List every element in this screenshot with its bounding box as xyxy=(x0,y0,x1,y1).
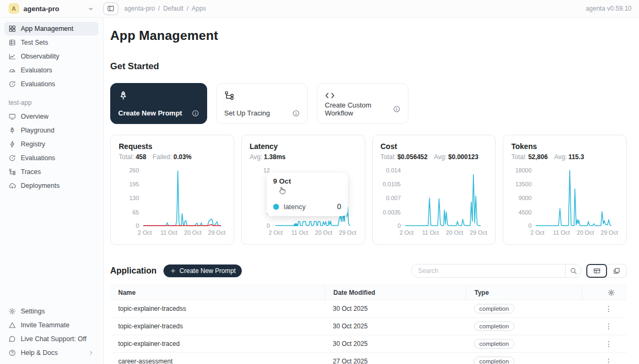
evaluations-icon xyxy=(9,80,16,88)
gear-icon xyxy=(608,289,615,296)
view-toggle xyxy=(586,264,627,278)
y-axis-labels: 260195130650 xyxy=(119,170,142,226)
breadcrumb-item-agenta-pro[interactable]: agenta-pro xyxy=(124,5,155,12)
sidebar-item-label: Test Sets xyxy=(21,39,48,46)
evaluations-icon xyxy=(9,154,16,162)
date-modified-cell: 30 Oct 2025 xyxy=(325,318,466,335)
search-button[interactable] xyxy=(565,264,581,277)
metric-card-cost: CostTotal:$0.056452Avg:$0.0001230.0140.0… xyxy=(372,135,496,245)
date-modified-cell: 30 Oct 2025 xyxy=(325,300,466,317)
kebab-menu-button[interactable]: ⋮ xyxy=(602,321,615,331)
chevron-down-icon xyxy=(87,5,94,12)
application-title: Application xyxy=(110,266,157,276)
get-started-title: Get Started xyxy=(110,61,627,72)
page-title: App Management xyxy=(110,28,627,43)
rocket-icon xyxy=(9,127,16,134)
sidebar-item-evaluations[interactable]: Evaluations xyxy=(4,77,99,91)
sidebar-project-item-traces[interactable]: Traces xyxy=(4,165,99,179)
table-view-button[interactable] xyxy=(587,264,607,277)
row-actions-cell: ⋮ xyxy=(581,335,627,352)
top-header: A agenta-pro agenta-pro/Default/Apps age… xyxy=(0,0,639,18)
type-cell: completion xyxy=(466,300,581,317)
create-new-prompt-button[interactable]: Create New Prompt xyxy=(163,264,242,277)
search-input[interactable] xyxy=(412,267,565,275)
traces-icon xyxy=(224,89,300,101)
metric-stats: Total:458Failed:0.03% xyxy=(119,153,226,161)
row-actions-cell: ⋮ xyxy=(581,300,627,317)
chart-plot-tokens: 2 Oct11 Oct20 Oct29 Oct xyxy=(535,170,615,226)
date-modified-cell: 27 Oct 2025 xyxy=(325,353,466,364)
metric-title: Latency xyxy=(250,142,357,151)
type-badge: completion xyxy=(474,321,514,331)
kebab-menu-button[interactable]: ⋮ xyxy=(602,357,615,364)
sidebar-footer-item-live-chat-support-off[interactable]: Live Chat Support: Off xyxy=(4,332,99,346)
metric-title: Cost xyxy=(381,142,488,151)
sidebar-item-label: Registry xyxy=(21,140,45,148)
overview-icon xyxy=(9,113,16,120)
card-view-button[interactable] xyxy=(607,264,626,277)
rocket-icon xyxy=(118,89,199,101)
sidebar-footer-item-settings[interactable]: Settings xyxy=(4,304,99,318)
search-box xyxy=(411,264,581,278)
metric-card-tokens: TokensTotal:52,806Avg:115.31800013500900… xyxy=(503,135,627,245)
sidebar-item-label: Invite Teammate xyxy=(21,321,69,329)
sidebar-item-app-management[interactable]: App Management xyxy=(4,22,99,36)
sidebar-footer-item-invite-teammate[interactable]: Invite Teammate xyxy=(4,318,99,332)
series-color-dot xyxy=(273,204,279,210)
sidebar-footer-item-help-docs[interactable]: Help & Docs xyxy=(4,346,99,360)
plus-icon xyxy=(170,268,176,274)
sidebar-project-item-evaluations[interactable]: Evaluations xyxy=(4,151,99,165)
info-icon[interactable] xyxy=(292,110,300,117)
row-actions-cell: ⋮ xyxy=(581,318,627,335)
settings-icon xyxy=(9,308,16,315)
info-icon[interactable] xyxy=(192,110,199,117)
get-started-card-set-up-tracing[interactable]: Set Up Tracing xyxy=(216,83,308,124)
metric-stats: Total:$0.056452Avg:$0.000123 xyxy=(381,153,488,161)
column-settings-button[interactable] xyxy=(581,285,627,300)
workspace-avatar: A xyxy=(9,3,19,14)
sidebar-project-item-overview[interactable]: Overview xyxy=(4,110,99,123)
search-icon xyxy=(570,267,577,275)
get-started-card-label: Create New Prompt xyxy=(118,109,182,117)
sidebar-project-item-playground[interactable]: Playground xyxy=(4,123,99,137)
metric-stat: Avg:1.38ms xyxy=(250,153,286,161)
kebab-menu-button[interactable]: ⋮ xyxy=(602,304,615,313)
get-started-card-create-custom-workflow[interactable]: Create Custom Workflow xyxy=(317,83,408,124)
type-cell: completion xyxy=(466,318,581,335)
metric-title: Requests xyxy=(119,142,226,151)
sidebar-collapse-button[interactable] xyxy=(103,2,119,15)
invite-icon xyxy=(9,321,16,329)
table-row-topic-explainer-traceds[interactable]: topic-explainer-traceds30 Oct 2025comple… xyxy=(110,318,627,335)
info-icon[interactable] xyxy=(393,105,400,113)
table-row-career-assessment[interactable]: career-assessment27 Oct 2025completion⋮ xyxy=(110,353,627,364)
column-header-type: Type xyxy=(466,285,581,300)
sidebar-project-item-registry[interactable]: Registry xyxy=(4,137,99,151)
sidebar-item-evaluators[interactable]: Evaluators xyxy=(4,63,99,77)
sidebar-project-item-deployments[interactable]: Deployments xyxy=(4,179,99,193)
y-axis-labels: 1800013500900045000 xyxy=(511,170,535,226)
kebab-menu-button[interactable]: ⋮ xyxy=(602,339,615,349)
testsets-icon xyxy=(9,39,16,46)
deployments-icon xyxy=(9,182,16,189)
table-row-topic-explainer-tracedss[interactable]: topic-explainer-tracedss30 Oct 2025compl… xyxy=(110,300,627,318)
help-icon xyxy=(9,349,16,357)
type-cell: completion xyxy=(466,353,581,364)
code-icon xyxy=(325,89,400,101)
breadcrumb-item-apps[interactable]: Apps xyxy=(192,5,206,12)
workspace-selector[interactable]: A agenta-pro xyxy=(0,3,100,14)
get-started-card-create-new-prompt[interactable]: Create New Prompt xyxy=(110,83,207,124)
type-badge: completion xyxy=(474,339,514,349)
metric-card-requests: RequestsTotal:458Failed:0.03%26019513065… xyxy=(110,135,234,245)
chevron-right-icon xyxy=(88,350,94,356)
sidebar-item-label: Evaluations xyxy=(21,80,55,88)
chart-plot-requests: 2 Oct11 Oct20 Oct29 Oct xyxy=(142,170,222,226)
sidebar-item-test-sets[interactable]: Test Sets xyxy=(4,36,99,49)
tooltip-series-value: 0 xyxy=(337,202,341,211)
metric-stats: Total:52,806Avg:115.3 xyxy=(511,153,618,161)
breadcrumb-item-default[interactable]: Default xyxy=(163,5,183,12)
sidebar-item-label: Evaluators xyxy=(21,67,52,74)
chat-icon xyxy=(9,335,16,343)
metric-stat: Total:$0.056452 xyxy=(381,153,428,161)
table-row-topic-explainer-traced[interactable]: topic-explainer-traced30 Oct 2025complet… xyxy=(110,335,627,353)
sidebar-item-observability[interactable]: Observability xyxy=(4,49,99,63)
